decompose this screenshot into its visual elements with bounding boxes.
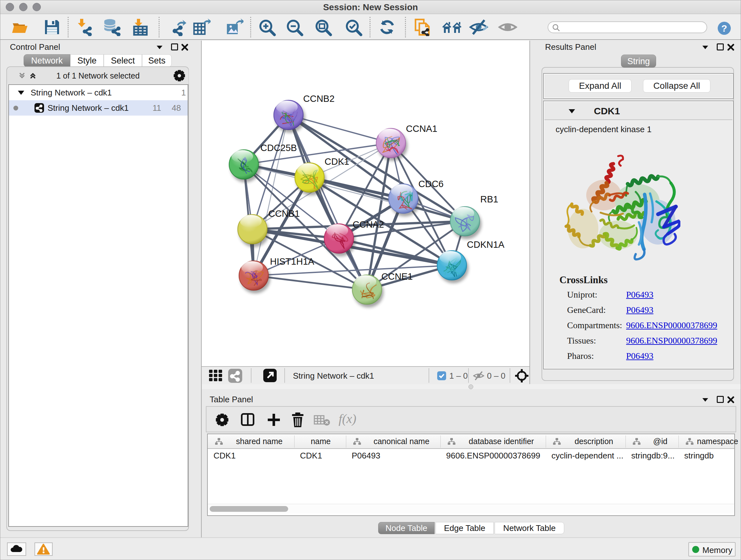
svg-text:RB1: RB1	[480, 194, 498, 204]
svg-text:CCNA1: CCNA1	[406, 124, 437, 134]
svg-text:CDC25B: CDC25B	[260, 143, 297, 153]
svg-text:CCNE1: CCNE1	[381, 271, 413, 282]
svg-text:CCNA2: CCNA2	[353, 219, 384, 230]
svg-text:CDK1: CDK1	[325, 157, 349, 167]
svg-text:HIST1H1A: HIST1H1A	[270, 256, 314, 266]
svg-text:CCNB1: CCNB1	[268, 208, 300, 219]
svg-text:CCNB2: CCNB2	[303, 94, 334, 104]
svg-text:CDC6: CDC6	[418, 179, 444, 189]
svg-text:CDKN1A: CDKN1A	[467, 240, 504, 250]
